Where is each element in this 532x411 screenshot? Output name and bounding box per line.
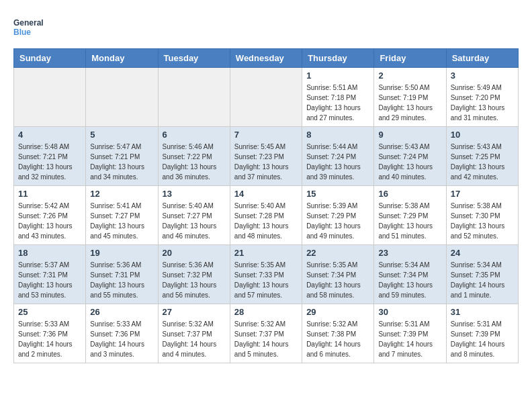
day-number: 7 (234, 130, 298, 140)
day-number: 31 (451, 307, 514, 317)
day-info: Sunrise: 5:33 AM Sunset: 7:36 PM Dayligh… (90, 319, 153, 359)
day-info: Sunrise: 5:34 AM Sunset: 7:35 PM Dayligh… (451, 260, 514, 300)
header-cell-thursday: Thursday (302, 49, 374, 68)
day-info: Sunrise: 5:38 AM Sunset: 7:30 PM Dayligh… (451, 201, 514, 241)
day-info: Sunrise: 5:42 AM Sunset: 7:26 PM Dayligh… (18, 201, 81, 241)
day-cell: 19Sunrise: 5:36 AM Sunset: 7:31 PM Dayli… (86, 245, 158, 304)
header-row: SundayMondayTuesdayWednesdayThursdayFrid… (14, 49, 519, 68)
day-number: 23 (378, 248, 441, 258)
day-info: Sunrise: 5:44 AM Sunset: 7:24 PM Dayligh… (306, 142, 369, 182)
day-info: Sunrise: 5:35 AM Sunset: 7:34 PM Dayligh… (306, 260, 369, 300)
day-number: 15 (306, 189, 369, 199)
day-cell: 14Sunrise: 5:40 AM Sunset: 7:28 PM Dayli… (230, 186, 302, 245)
day-info: Sunrise: 5:47 AM Sunset: 7:21 PM Dayligh… (90, 142, 153, 182)
day-number: 27 (163, 307, 226, 317)
day-info: Sunrise: 5:33 AM Sunset: 7:36 PM Dayligh… (18, 319, 81, 359)
day-number: 26 (90, 307, 153, 317)
week-row-5: 25Sunrise: 5:33 AM Sunset: 7:36 PM Dayli… (14, 304, 519, 363)
day-number: 1 (306, 71, 369, 81)
day-cell: 22Sunrise: 5:35 AM Sunset: 7:34 PM Dayli… (302, 245, 374, 304)
day-number: 17 (451, 189, 514, 199)
day-info: Sunrise: 5:32 AM Sunset: 7:37 PM Dayligh… (234, 319, 298, 359)
day-info: Sunrise: 5:32 AM Sunset: 7:38 PM Dayligh… (306, 319, 369, 359)
day-cell: 9Sunrise: 5:43 AM Sunset: 7:24 PM Daylig… (374, 127, 446, 186)
svg-text:Blue: Blue (13, 28, 31, 37)
day-cell: 4Sunrise: 5:48 AM Sunset: 7:21 PM Daylig… (14, 127, 86, 186)
day-cell: 28Sunrise: 5:32 AM Sunset: 7:37 PM Dayli… (230, 304, 302, 363)
day-number: 20 (163, 248, 226, 258)
day-cell: 11Sunrise: 5:42 AM Sunset: 7:26 PM Dayli… (14, 186, 86, 245)
day-info: Sunrise: 5:37 AM Sunset: 7:31 PM Dayligh… (18, 260, 81, 300)
day-info: Sunrise: 5:49 AM Sunset: 7:20 PM Dayligh… (451, 83, 514, 123)
day-number: 9 (378, 130, 441, 140)
day-number: 25 (18, 307, 81, 317)
day-cell: 2Sunrise: 5:50 AM Sunset: 7:19 PM Daylig… (374, 68, 446, 127)
day-cell (158, 68, 230, 127)
day-cell: 25Sunrise: 5:33 AM Sunset: 7:36 PM Dayli… (14, 304, 86, 363)
day-info: Sunrise: 5:51 AM Sunset: 7:18 PM Dayligh… (306, 83, 369, 123)
day-info: Sunrise: 5:48 AM Sunset: 7:21 PM Dayligh… (18, 142, 81, 182)
day-number: 3 (451, 71, 514, 81)
day-info: Sunrise: 5:35 AM Sunset: 7:33 PM Dayligh… (234, 260, 298, 300)
day-number: 19 (90, 248, 153, 258)
day-info: Sunrise: 5:31 AM Sunset: 7:39 PM Dayligh… (378, 319, 441, 359)
day-cell: 23Sunrise: 5:34 AM Sunset: 7:34 PM Dayli… (374, 245, 446, 304)
day-cell: 8Sunrise: 5:44 AM Sunset: 7:24 PM Daylig… (302, 127, 374, 186)
day-number: 16 (378, 189, 441, 199)
day-number: 5 (90, 130, 153, 140)
day-cell: 7Sunrise: 5:45 AM Sunset: 7:23 PM Daylig… (230, 127, 302, 186)
day-number: 22 (306, 248, 369, 258)
page-header: General Blue (13, 13, 519, 42)
day-info: Sunrise: 5:50 AM Sunset: 7:19 PM Dayligh… (378, 83, 441, 123)
week-row-4: 18Sunrise: 5:37 AM Sunset: 7:31 PM Dayli… (14, 245, 519, 304)
day-cell: 15Sunrise: 5:39 AM Sunset: 7:29 PM Dayli… (302, 186, 374, 245)
day-cell: 26Sunrise: 5:33 AM Sunset: 7:36 PM Dayli… (86, 304, 158, 363)
calendar-table: SundayMondayTuesdayWednesdayThursdayFrid… (13, 48, 519, 363)
day-cell: 31Sunrise: 5:31 AM Sunset: 7:39 PM Dayli… (446, 304, 518, 363)
day-cell: 30Sunrise: 5:31 AM Sunset: 7:39 PM Dayli… (374, 304, 446, 363)
logo: General Blue (13, 13, 47, 42)
day-number: 6 (163, 130, 226, 140)
header-cell-monday: Monday (86, 49, 158, 68)
day-number: 13 (163, 189, 226, 199)
day-number: 18 (18, 248, 81, 258)
day-info: Sunrise: 5:40 AM Sunset: 7:28 PM Dayligh… (234, 201, 298, 241)
day-number: 4 (18, 130, 81, 140)
day-cell: 5Sunrise: 5:47 AM Sunset: 7:21 PM Daylig… (86, 127, 158, 186)
day-cell (230, 68, 302, 127)
day-number: 8 (306, 130, 369, 140)
week-row-1: 1Sunrise: 5:51 AM Sunset: 7:18 PM Daylig… (14, 68, 519, 127)
day-info: Sunrise: 5:46 AM Sunset: 7:22 PM Dayligh… (163, 142, 226, 182)
day-cell: 12Sunrise: 5:41 AM Sunset: 7:27 PM Dayli… (86, 186, 158, 245)
day-cell: 13Sunrise: 5:40 AM Sunset: 7:27 PM Dayli… (158, 186, 230, 245)
day-info: Sunrise: 5:38 AM Sunset: 7:29 PM Dayligh… (378, 201, 441, 241)
day-cell: 24Sunrise: 5:34 AM Sunset: 7:35 PM Dayli… (446, 245, 518, 304)
day-cell (86, 68, 158, 127)
day-info: Sunrise: 5:36 AM Sunset: 7:32 PM Dayligh… (163, 260, 226, 300)
week-row-2: 4Sunrise: 5:48 AM Sunset: 7:21 PM Daylig… (14, 127, 519, 186)
day-info: Sunrise: 5:34 AM Sunset: 7:34 PM Dayligh… (378, 260, 441, 300)
day-cell: 17Sunrise: 5:38 AM Sunset: 7:30 PM Dayli… (446, 186, 518, 245)
day-number: 12 (90, 189, 153, 199)
day-number: 21 (234, 248, 298, 258)
week-row-3: 11Sunrise: 5:42 AM Sunset: 7:26 PM Dayli… (14, 186, 519, 245)
day-cell: 1Sunrise: 5:51 AM Sunset: 7:18 PM Daylig… (302, 68, 374, 127)
day-number: 30 (378, 307, 441, 317)
day-cell: 18Sunrise: 5:37 AM Sunset: 7:31 PM Dayli… (14, 245, 86, 304)
day-cell: 3Sunrise: 5:49 AM Sunset: 7:20 PM Daylig… (446, 68, 518, 127)
header-cell-sunday: Sunday (14, 49, 86, 68)
day-cell: 10Sunrise: 5:43 AM Sunset: 7:25 PM Dayli… (446, 127, 518, 186)
header-cell-saturday: Saturday (446, 49, 518, 68)
day-info: Sunrise: 5:31 AM Sunset: 7:39 PM Dayligh… (451, 319, 514, 359)
day-cell: 29Sunrise: 5:32 AM Sunset: 7:38 PM Dayli… (302, 304, 374, 363)
header-cell-tuesday: Tuesday (158, 49, 230, 68)
day-cell (14, 68, 86, 127)
logo-graphic: General Blue (13, 13, 47, 42)
day-info: Sunrise: 5:43 AM Sunset: 7:24 PM Dayligh… (378, 142, 441, 182)
day-number: 11 (18, 189, 81, 199)
day-info: Sunrise: 5:32 AM Sunset: 7:37 PM Dayligh… (163, 319, 226, 359)
day-info: Sunrise: 5:36 AM Sunset: 7:31 PM Dayligh… (90, 260, 153, 300)
day-info: Sunrise: 5:41 AM Sunset: 7:27 PM Dayligh… (90, 201, 153, 241)
day-number: 10 (451, 130, 514, 140)
logo-svg: General Blue (13, 13, 47, 42)
